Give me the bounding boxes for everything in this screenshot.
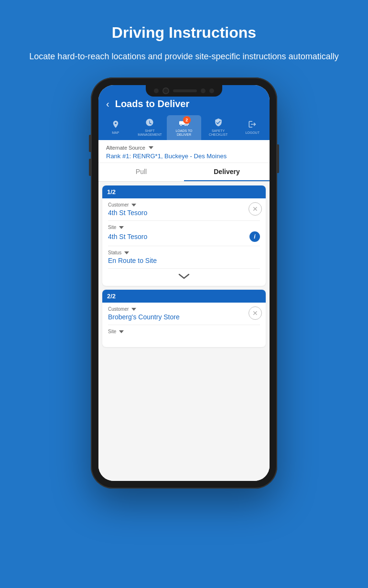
card-1-expand-button[interactable] (108, 269, 260, 282)
page-title: Driving Instructions (29, 24, 338, 42)
map-icon (111, 120, 120, 130)
nav-tabs: MAP SHIFTMANAGEMENT 2 LOADS TODELIVER S (98, 115, 270, 140)
card-1-status-field: Status En Route to Site (108, 246, 260, 269)
tab-map-label: MAP (112, 131, 119, 135)
tab-pull[interactable]: Pull (98, 163, 184, 181)
card-2-header: 2/2 (102, 290, 266, 303)
page-subtitle: Locate hard-to-reach locations and provi… (29, 50, 338, 63)
card-1-header: 1/2 (102, 185, 266, 198)
svg-point-2 (180, 124, 182, 126)
shift-icon (145, 118, 154, 128)
loads-badge: 2 (183, 116, 191, 124)
notch-speaker (173, 89, 197, 92)
card-1-site-row: 4th St Tesoro i (108, 231, 260, 242)
card-2-index: 2/2 (107, 293, 116, 300)
card-2-customer-label: Customer (108, 306, 260, 312)
tab-logout-label: LOGOUT (245, 131, 260, 135)
tab-loads[interactable]: 2 LOADS TODELIVER (167, 115, 201, 140)
tab-shift-label: SHIFTMANAGEMENT (138, 129, 162, 136)
alternate-source-dropdown-icon[interactable] (149, 146, 153, 149)
tab-safety[interactable]: SAFETYCHECKLIST (201, 115, 236, 140)
alternate-source-value: Rank #1: RENRG*1, Buckeye - Des Moines (106, 152, 262, 160)
delivery-card-1: 1/2 ✕ Customer 4th St Tesoro (102, 185, 266, 286)
card-1-customer-field: Customer 4th St Tesoro (108, 198, 260, 221)
phone-notch (146, 85, 222, 97)
tab-delivery[interactable]: Delivery (184, 163, 270, 181)
status-dropdown-icon[interactable] (124, 251, 129, 254)
delivery-card-2: 2/2 ✕ Customer Broberg's Country Store (102, 290, 266, 347)
phone-screen: ‹ Loads to Deliver MAP SHIFTMANAGEMENT 2 (98, 85, 270, 481)
card-1-site-value: 4th St Tesoro (108, 233, 147, 240)
site-info-icon[interactable]: i (249, 231, 260, 242)
tab-loads-label: LOADS TODELIVER (175, 129, 192, 136)
card-1-body: ✕ Customer 4th St Tesoro Site (102, 198, 266, 286)
power-button (277, 144, 279, 173)
card-1-status-label: Status (108, 250, 260, 255)
card-2-site-label: Site (108, 329, 260, 334)
content-area: Alternate Source Rank #1: RENRG*1, Bucke… (98, 140, 270, 481)
card-1-status-value: En Route to Site (108, 257, 260, 264)
volume-button-2 (89, 159, 91, 176)
tab-safety-label: SAFETYCHECKLIST (209, 129, 227, 136)
notch-dot-2 (201, 88, 206, 93)
card-1-customer-value: 4th St Tesoro (108, 209, 260, 217)
safety-icon (214, 118, 223, 128)
alternate-source-section: Alternate Source Rank #1: RENRG*1, Bucke… (98, 140, 270, 163)
notch-dot-3 (209, 88, 214, 93)
logout-icon (248, 120, 257, 130)
card-1-site-label: Site (108, 225, 260, 230)
tab-map[interactable]: MAP (98, 115, 133, 140)
header-section: Driving Instructions Locate hard-to-reac… (0, 0, 367, 77)
customer-dropdown-icon[interactable] (131, 204, 136, 207)
card-1-customer-label: Customer (108, 202, 260, 207)
svg-point-3 (184, 124, 186, 126)
back-button[interactable]: ‹ (106, 98, 109, 109)
site-dropdown-icon[interactable] (119, 226, 124, 229)
card-1-site-field: Site 4th St Tesoro i (108, 221, 260, 246)
notch-camera (162, 87, 169, 94)
section-tabs: Pull Delivery (98, 163, 270, 182)
alternate-source-label: Alternate Source (106, 145, 262, 151)
customer2-dropdown-icon[interactable] (131, 308, 136, 311)
tab-logout[interactable]: LOGOUT (235, 115, 270, 140)
card-2-body: ✕ Customer Broberg's Country Store Site (102, 303, 266, 347)
volume-button-1 (89, 135, 91, 152)
cards-container: 1/2 ✕ Customer 4th St Tesoro (98, 182, 270, 481)
app-bar-title: Loads to Deliver (115, 98, 190, 109)
card-1-index: 1/2 (107, 188, 116, 196)
notch-dot-1 (154, 88, 159, 93)
svg-point-4 (186, 124, 188, 126)
site2-dropdown-icon[interactable] (119, 330, 124, 333)
card-2-site-field: Site (108, 325, 260, 343)
card-2-customer-field: Customer Broberg's Country Store (108, 303, 260, 325)
phone-mockup: ‹ Loads to Deliver MAP SHIFTMANAGEMENT 2 (91, 77, 277, 489)
tab-shift[interactable]: SHIFTMANAGEMENT (133, 115, 167, 140)
card-2-customer-value: Broberg's Country Store (108, 313, 260, 321)
